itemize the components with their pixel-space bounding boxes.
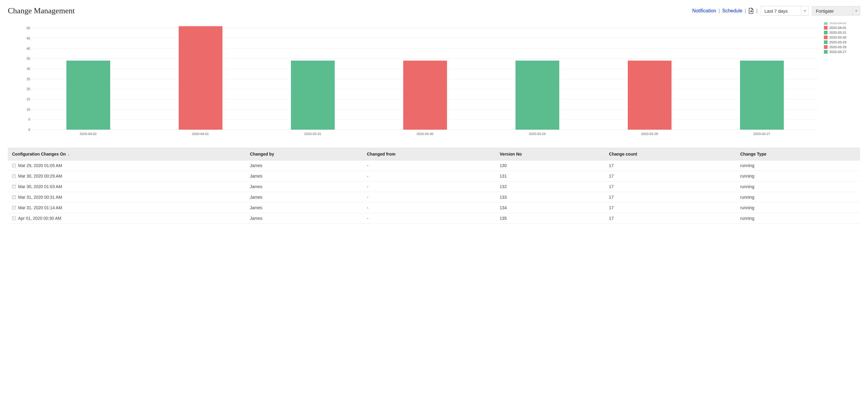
- legend-label: 2020-04-01: [829, 26, 846, 30]
- header-controls: Notification | Schedule | | Last 7 days …: [692, 6, 860, 16]
- legend-item[interactable]: 2020-03-29: [824, 40, 860, 44]
- table-row[interactable]: Mar 31, 2020 00:31 AMJames-13317running: [8, 192, 860, 203]
- cell-date: Mar 31, 2020 01:14 AM: [8, 203, 246, 213]
- col-change-type[interactable]: Change Type: [736, 148, 860, 160]
- legend-item[interactable]: 2020-03-27: [824, 50, 860, 54]
- change-chart: 05101520253035404550 2020-04-022020-04-0…: [8, 24, 860, 136]
- legend-label: 2020-03-30: [829, 36, 846, 39]
- grid-line: [32, 130, 818, 130]
- diff-icon[interactable]: [12, 206, 16, 209]
- sort-asc-icon: ▲: [67, 153, 70, 156]
- x-tick-label: 2020-04-02: [32, 132, 144, 136]
- legend-label: 2020-04-02: [829, 22, 846, 25]
- cell-change-count: 17: [605, 192, 736, 203]
- cell-changed-from: -: [363, 192, 495, 203]
- cell-version-no: 130: [496, 160, 605, 171]
- y-tick-label: 40: [20, 47, 30, 50]
- chart-bar[interactable]: [403, 61, 447, 130]
- cell-version-no: 131: [496, 171, 605, 181]
- cell-changed-by: James: [246, 160, 363, 171]
- diff-icon[interactable]: [12, 185, 16, 189]
- cell-changed-by: James: [246, 171, 363, 181]
- cell-changed-from: -: [363, 203, 495, 213]
- pdf-export-icon[interactable]: [748, 8, 754, 14]
- cell-version-no: 134: [496, 203, 605, 213]
- diff-icon[interactable]: [12, 216, 16, 220]
- x-tick-label: 2020-03-30: [369, 132, 481, 136]
- legend-swatch: [824, 45, 828, 49]
- cell-change-count: 17: [605, 171, 736, 181]
- cell-change-count: 17: [605, 203, 736, 213]
- col-changed-from[interactable]: Changed from: [363, 148, 495, 160]
- cell-changed-by: James: [246, 192, 363, 203]
- legend-swatch: [824, 22, 828, 25]
- cell-changed-by: James: [246, 203, 363, 213]
- cell-changed-from: -: [363, 160, 495, 171]
- legend-item[interactable]: 2020-03-30: [824, 36, 860, 39]
- notification-link[interactable]: Notification: [692, 8, 716, 13]
- legend-swatch: [824, 40, 828, 44]
- table-row[interactable]: Mar 31, 2020 01:14 AMJames-13417running: [8, 203, 860, 213]
- cell-change-type: running: [736, 213, 860, 224]
- cell-change-type: running: [736, 203, 860, 213]
- chart-bar[interactable]: [179, 26, 222, 130]
- legend-item[interactable]: 2020-03-28: [824, 45, 860, 49]
- cell-change-type: running: [736, 160, 860, 171]
- diff-icon[interactable]: [12, 195, 16, 199]
- chart-bar[interactable]: [66, 61, 110, 130]
- table-row[interactable]: Apr 01, 2020 00:30 AMJames-13517running: [8, 213, 860, 224]
- cell-changed-from: -: [363, 181, 495, 192]
- col-changed-by[interactable]: Changed by: [246, 148, 363, 160]
- y-tick-label: 30: [20, 67, 30, 71]
- cell-date: Mar 31, 2020 00:31 AM: [8, 192, 246, 203]
- x-tick-label: 2020-04-01: [144, 132, 256, 136]
- device-value: Fortigate: [816, 8, 834, 13]
- y-tick-label: 0: [20, 128, 30, 131]
- cell-changed-from: -: [363, 171, 495, 181]
- cell-changed-by: James: [246, 213, 363, 224]
- x-tick-label: 2020-03-29: [481, 132, 593, 136]
- y-tick-label: 10: [20, 108, 30, 111]
- device-dropdown[interactable]: Fortigate: [812, 6, 860, 16]
- chart-bar[interactable]: [740, 61, 784, 130]
- cell-change-count: 17: [605, 181, 736, 192]
- chart-legend: 2020-04-022020-04-012020-03-312020-03-30…: [824, 22, 860, 55]
- y-tick-label: 15: [20, 97, 30, 101]
- legend-item[interactable]: 2020-04-02: [824, 22, 860, 25]
- cell-version-no: 132: [496, 181, 605, 192]
- x-tick-label: 2020-03-27: [706, 132, 818, 136]
- chart-bar[interactable]: [516, 61, 559, 130]
- y-tick-label: 25: [20, 77, 30, 81]
- table-header-row: Configuration Changes On▲ Changed by Cha…: [8, 148, 860, 160]
- legend-label: 2020-03-28: [829, 45, 846, 49]
- col-version-no[interactable]: Version No: [496, 148, 605, 160]
- legend-item[interactable]: 2020-04-01: [824, 26, 860, 30]
- x-tick-label: 2020-03-31: [256, 132, 369, 136]
- cell-change-count: 17: [605, 213, 736, 224]
- header-links: Notification | Schedule | |: [692, 8, 757, 14]
- date-range-dropdown[interactable]: Last 7 days: [761, 6, 809, 16]
- table-row[interactable]: Mar 30, 2020 01:03 AMJames-13217running: [8, 181, 860, 192]
- diff-icon[interactable]: [12, 174, 16, 178]
- chart-plot-area: 05101520253035404550 2020-04-022020-04-0…: [20, 24, 818, 136]
- legend-swatch: [824, 26, 828, 30]
- y-tick-label: 5: [20, 117, 30, 121]
- schedule-link[interactable]: Schedule: [722, 8, 742, 13]
- chevron-down-icon: [855, 10, 858, 12]
- table-row[interactable]: Mar 30, 2020 00:29 AMJames-13117running: [8, 171, 860, 181]
- legend-swatch: [824, 31, 828, 34]
- legend-label: 2020-03-29: [829, 40, 846, 44]
- legend-item[interactable]: 2020-03-31: [824, 31, 860, 34]
- chart-bar[interactable]: [628, 61, 672, 130]
- cell-date: Mar 30, 2020 01:03 AM: [8, 181, 246, 192]
- cell-changed-from: -: [363, 213, 495, 224]
- col-config-changes-on[interactable]: Configuration Changes On▲: [8, 148, 246, 160]
- col-change-count[interactable]: Change count: [605, 148, 736, 160]
- table-row[interactable]: Mar 29, 2020 01:05 AMJames-13017running: [8, 160, 860, 171]
- chart-bar[interactable]: [291, 61, 335, 130]
- cell-version-no: 135: [496, 213, 605, 224]
- y-tick-label: 50: [20, 26, 30, 30]
- diff-icon[interactable]: [12, 164, 16, 167]
- cell-date: Apr 01, 2020 00:30 AM: [8, 213, 246, 224]
- separator: |: [756, 8, 757, 13]
